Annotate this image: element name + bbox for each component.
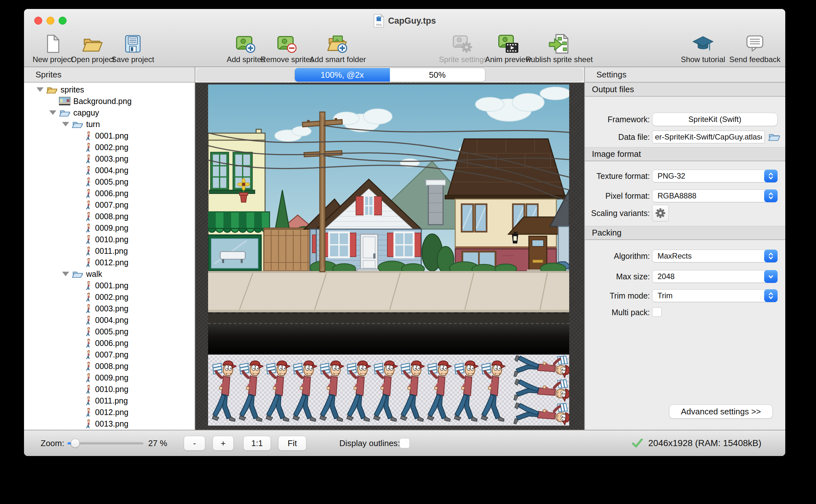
multi-pack-label: Multi pack: xyxy=(585,308,650,317)
data-file-input[interactable] xyxy=(652,131,765,143)
disclosure-triangle-icon[interactable] xyxy=(60,122,71,126)
tree-item-label: 0008.png xyxy=(95,360,128,372)
tree-item-0005-png[interactable]: 0005.png xyxy=(24,326,195,337)
tree-item-label: 0005.png xyxy=(95,326,128,337)
tree-item-0001-png[interactable]: 0001.png xyxy=(24,130,195,141)
publish-sprite-sheet-button[interactable]: Publish sprite sheet xyxy=(523,33,596,64)
sprite-frame-icon xyxy=(85,131,91,140)
window-title: CapGuy.tps xyxy=(388,16,436,26)
sprite-frame-icon xyxy=(85,338,91,348)
tree-item-label: 0011.png xyxy=(95,245,128,257)
disclosure-triangle-icon[interactable] xyxy=(35,87,45,92)
save-project-button[interactable]: Save project xyxy=(96,33,170,64)
zoom-out-button[interactable]: - xyxy=(184,436,205,451)
tree-item-0010-png[interactable]: 0010.png xyxy=(24,234,195,245)
sprite-tree: spritesBackground.pngcapguyturn0001.png0… xyxy=(24,83,195,430)
tree-item-0003-png[interactable]: 0003.png xyxy=(24,303,195,314)
tree-item-0010-png[interactable]: 0010.png xyxy=(24,383,195,395)
minimize-window-button[interactable] xyxy=(46,17,54,25)
tree-item-0003-png[interactable]: 0003.png xyxy=(24,153,195,164)
publish-icon xyxy=(549,33,570,54)
framework-row: Framework: SpriteKit (Swift) xyxy=(585,113,785,126)
zoom-slider-knob[interactable] xyxy=(71,439,80,448)
tree-item-0009-png[interactable]: 0009.png xyxy=(24,222,195,234)
tree-item-0006-png[interactable]: 0006.png xyxy=(24,188,195,199)
tree-item-capguy[interactable]: capguy xyxy=(24,107,195,118)
scaling-variants-button[interactable] xyxy=(652,205,669,221)
advanced-settings-button[interactable]: Advanced settings >> xyxy=(669,404,773,419)
tree-item-0006-png[interactable]: 0006.png xyxy=(24,337,195,349)
tree-item-turn[interactable]: turn xyxy=(24,118,195,130)
max-size-combo[interactable]: 2048 xyxy=(652,270,778,283)
tree-item-walk[interactable]: walk xyxy=(24,268,195,280)
disclosure-triangle-icon[interactable] xyxy=(60,272,71,276)
updown-stepper-icon xyxy=(764,250,778,262)
tree-item-0005-png[interactable]: 0005.png xyxy=(24,176,195,188)
tree-item-label: 0010.png xyxy=(95,234,128,245)
sprite-frame-icon xyxy=(85,350,91,359)
updown-stepper-icon xyxy=(764,289,778,302)
tree-item-0007-png[interactable]: 0007.png xyxy=(24,349,195,360)
tab-100-percent-2x[interactable]: 100%, @2x xyxy=(295,68,390,82)
tree-item-0012-png[interactable]: 0012.png xyxy=(24,406,195,418)
gear-icon xyxy=(655,207,666,219)
tree-item-0009-png[interactable]: 0009.png xyxy=(24,372,195,383)
algorithm-select[interactable]: MaxRects xyxy=(652,250,778,262)
zoom-in-button[interactable]: + xyxy=(212,436,234,451)
folder-icon xyxy=(59,108,70,117)
preview-area: 100%, @2x 50% xyxy=(195,67,585,430)
pixel-format-select[interactable]: RGBA8888 xyxy=(652,189,778,202)
folder-icon xyxy=(72,269,83,278)
tree-item-0012-png[interactable]: 0012.png xyxy=(24,257,195,268)
zoom-slider[interactable] xyxy=(68,438,143,448)
trim-mode-row: Trim mode: Trim xyxy=(585,289,785,302)
tree-item-label: 0001.png xyxy=(95,280,128,291)
disclosure-triangle-icon[interactable] xyxy=(47,110,58,115)
tree-item-label: 0003.png xyxy=(95,153,128,164)
tab-50-percent[interactable]: 50% xyxy=(390,68,485,82)
sprite-sheet-canvas[interactable] xyxy=(195,83,584,430)
tree-item-sprites[interactable]: sprites xyxy=(24,84,195,95)
tree-item-0008-png[interactable]: 0008.png xyxy=(24,360,195,372)
tree-item-0011-png[interactable]: 0011.png xyxy=(24,395,195,406)
tree-item-0007-png[interactable]: 0007.png xyxy=(24,199,195,211)
sprite-frame-icon xyxy=(85,396,91,405)
tree-item-0013-png[interactable]: 0013.png xyxy=(24,418,195,429)
zoom-fit-button[interactable]: Fit xyxy=(278,436,306,451)
sprite-settings-icon xyxy=(453,33,474,54)
tree-item-0008-png[interactable]: 0008.png xyxy=(24,211,195,222)
pixel-format-row: Pixel format: RGBA8888 xyxy=(585,189,785,202)
algorithm-row: Algorithm: MaxRects xyxy=(585,250,785,262)
tree-item-label: 0010.png xyxy=(95,383,128,395)
tree-item-0002-png[interactable]: 0002.png xyxy=(24,141,195,153)
tree-item-0004-png[interactable]: 0004.png xyxy=(24,314,195,326)
sprite-sheet-preview[interactable] xyxy=(208,84,569,426)
sprite-frame-icon xyxy=(85,223,91,233)
tree-item-0004-png[interactable]: 0004.png xyxy=(24,164,195,176)
send-feedback-button[interactable]: Send feedback xyxy=(718,33,785,64)
sprite-frame-icon xyxy=(85,327,91,336)
zoom-percent: 27 % xyxy=(148,438,167,448)
tree-item-label: 0002.png xyxy=(95,141,128,153)
storefront-illustration xyxy=(208,235,261,271)
framework-button[interactable]: SpriteKit (Swift) xyxy=(652,113,778,126)
display-outlines-checkbox[interactable] xyxy=(399,438,410,448)
data-file-browse-button[interactable] xyxy=(768,131,781,143)
tree-item-0002-png[interactable]: 0002.png xyxy=(24,291,195,303)
tree-item-0001-png[interactable]: 0001.png xyxy=(24,280,195,291)
tree-item-background-png[interactable]: Background.png xyxy=(24,95,195,107)
tree-item-label: 0002.png xyxy=(95,291,128,303)
tree-item-label: 0007.png xyxy=(95,349,128,360)
tree-item-label: 0009.png xyxy=(95,222,128,234)
close-window-button[interactable] xyxy=(34,17,42,25)
zoom-window-button[interactable] xyxy=(59,17,67,25)
zoom-1-1-button[interactable]: 1:1 xyxy=(243,436,271,451)
add-smart-folder-button[interactable]: Add smart folder xyxy=(301,33,374,64)
tree-item-0011-png[interactable]: 0011.png xyxy=(24,245,195,257)
texture-format-select[interactable]: PNG-32 xyxy=(652,170,778,182)
trim-mode-select[interactable]: Trim xyxy=(652,289,778,302)
multi-pack-checkbox[interactable] xyxy=(652,307,662,317)
settings-panel: Settings Output files Framework: SpriteK… xyxy=(585,67,785,430)
sheet-status: 2046x1928 (RAM: 15408kB) xyxy=(632,437,761,449)
data-file-row: Data file: xyxy=(585,131,785,143)
